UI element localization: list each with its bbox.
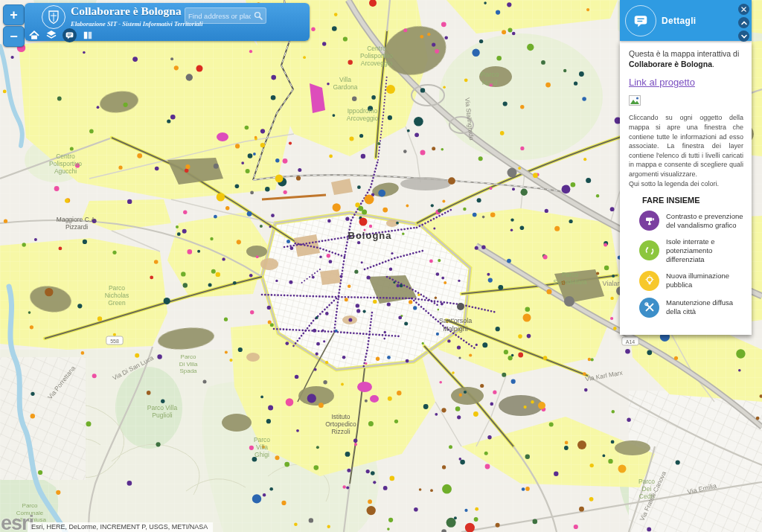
panel-intro-bold: Collaborare è Bologna <box>629 60 712 68</box>
details-panel-header: Dettagli <box>620 0 752 41</box>
legend-item: Nuova illuminazione pubblica <box>639 271 743 291</box>
search-input[interactable] <box>185 12 254 20</box>
details-bubble-icon-large <box>625 5 656 36</box>
crest-icon <box>47 10 60 25</box>
legend-item-label: Nuova illuminazione pubblica <box>666 272 743 289</box>
map-label: Bologna <box>348 230 392 241</box>
paint-roller-icon <box>639 211 659 231</box>
legend-item: Isole interrate e potenziamento differen… <box>639 237 743 264</box>
svg-text:A14: A14 <box>626 339 635 344</box>
app-window: A14SP253558 BolognaSant'orsolaMalpighiPa… <box>0 0 762 532</box>
layers-icon[interactable] <box>45 29 57 41</box>
app-subtitle: Elaborazione SIT - Sistemi Informativi T… <box>71 20 203 28</box>
close-icon[interactable] <box>738 4 749 15</box>
zoom-in-button[interactable]: + <box>3 4 25 25</box>
project-link[interactable]: Link al progetto <box>629 77 695 88</box>
app-title: Collaborare è Bologna <box>71 4 182 18</box>
legend-item-label: Isole interrate e potenziamento differen… <box>666 237 743 264</box>
chevron-up-icon[interactable] <box>738 17 749 28</box>
header-bar: Collaborare è Bologna Elaborazione SIT -… <box>25 3 310 41</box>
details-panel: Dettagli Questa è la mappa interattiva d… <box>620 0 752 335</box>
details-bubble-icon[interactable] <box>63 28 77 42</box>
details-panel-title: Dettagli <box>662 16 696 26</box>
chevron-down-icon[interactable] <box>738 31 749 42</box>
tools-icon <box>639 298 659 318</box>
map-toolbar <box>28 29 94 41</box>
panel-description: Cliccando su ogni oggetto della mappa si… <box>629 113 743 179</box>
recycle-icon <box>639 240 659 260</box>
map-attribution: Esri, HERE, DeLorme, INCREMENT P, USGS, … <box>28 522 213 532</box>
lightbulb-icon <box>639 271 659 291</box>
details-panel-controls <box>738 4 749 42</box>
map-label: ParcoDi VillaSpada <box>179 353 198 374</box>
legend-book-icon[interactable] <box>82 29 94 41</box>
legend-list: Contrasto e prevenzione del vandalismo g… <box>629 211 743 318</box>
legend-item-label: Manutenzione diffusa della città <box>666 298 743 316</box>
legend-item: Contrasto e prevenzione del vandalismo g… <box>639 211 743 231</box>
map-label: IppodromoArcoveggio <box>347 107 379 122</box>
panel-intro-period: . <box>712 60 714 68</box>
svg-text:558: 558 <box>110 339 119 344</box>
panel-intro: Questa è la mappa interattiva di Collabo… <box>629 48 743 69</box>
home-icon[interactable] <box>28 29 40 41</box>
search-icon[interactable] <box>254 11 263 20</box>
comune-bologna-logo <box>42 5 65 29</box>
legend-item-label: Contrasto e prevenzione del vandalismo g… <box>666 212 743 230</box>
search-box <box>185 7 266 24</box>
broken-image-icon <box>629 95 743 109</box>
legend-item: Manutenzione diffusa della città <box>639 298 743 318</box>
panel-intro-line: Questa è la mappa interattiva di <box>629 49 739 58</box>
panel-description-2: Qui sotto la legenda dei colori. <box>629 179 743 189</box>
map-label: Sant'orsolaMalpighi <box>439 317 473 333</box>
details-panel-body: Questa è la mappa interattiva di Collabo… <box>620 41 752 335</box>
map-label: ParcoNord <box>481 70 499 86</box>
zoom-out-button[interactable]: − <box>3 26 25 47</box>
legend-title: FARE INSIEME <box>642 196 743 205</box>
